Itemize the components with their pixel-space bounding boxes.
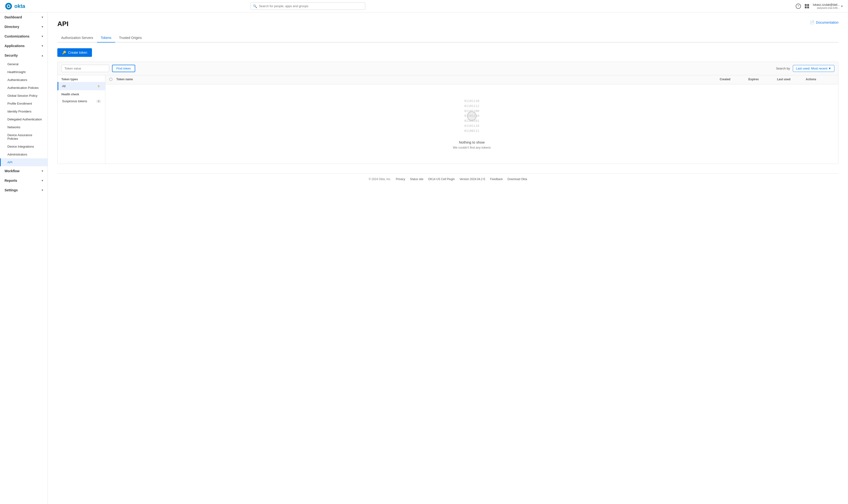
user-menu[interactable]: lukasz.czulak@dail... dailyweb-trial-648…	[813, 3, 843, 9]
security-chevron: ▲	[41, 54, 44, 57]
layout: Dashboard ▼ Directory ▼ Customizations ▼…	[0, 13, 848, 504]
binary-circle	[467, 111, 476, 121]
sidebar-item-dashboard[interactable]: Dashboard ▼	[0, 13, 48, 22]
footer-feedback[interactable]: Feedback	[490, 178, 503, 181]
empty-state-title: Nothing to show	[459, 140, 485, 144]
sidebar-item-reports[interactable]: Reports ▼	[0, 176, 48, 185]
user-email: lukasz.czulak@dail...	[813, 3, 840, 6]
search-by-dropdown[interactable]: Last used: Most recent ▼	[793, 65, 834, 72]
svg-point-0	[5, 3, 12, 10]
sidebar-sub-item-device-assurance[interactable]: Device Assurance Policies	[0, 131, 48, 143]
sidebar-sub-item-authenticators[interactable]: Authenticators	[0, 76, 48, 84]
search-input[interactable]	[251, 2, 365, 10]
footer-download[interactable]: Download Okta	[508, 178, 527, 181]
token-value-input[interactable]	[61, 65, 109, 72]
settings-chevron: ▼	[41, 189, 44, 192]
doc-link-icon: 📄	[810, 20, 815, 24]
top-nav: okta 🔍 ? lukasz.czulak@dail... dailyweb-…	[0, 0, 848, 13]
help-icon[interactable]: ?	[796, 4, 801, 9]
sidebar-item-directory[interactable]: Directory ▼	[0, 22, 48, 32]
token-search-bar: Find token Search by Last used: Most rec…	[58, 62, 838, 75]
sidebar-sub-item-auth-policies[interactable]: Authentication Policies	[0, 84, 48, 92]
directory-chevron: ▼	[41, 25, 44, 28]
sidebar-sub-item-networks[interactable]: Networks	[0, 123, 48, 131]
sidebar-item-settings[interactable]: Settings ▼	[0, 185, 48, 195]
logo-area: okta	[5, 2, 33, 10]
sidebar-sub-item-general[interactable]: General	[0, 60, 48, 68]
token-search-area: Find token Search by Last used: Most rec…	[57, 61, 838, 164]
footer-ok14[interactable]: OK14 US Cell Plugin	[428, 178, 455, 181]
table-col-name: Token name	[116, 78, 720, 82]
key-icon: 🔑	[62, 51, 66, 54]
table-col-expires: Expires	[748, 78, 777, 82]
sidebar-sub-item-healthinsight[interactable]: HealthInsight	[0, 68, 48, 76]
table-col-lastused: Last used	[777, 78, 806, 82]
token-all-count: 0	[96, 85, 101, 88]
empty-state: 01101110 01101111 01101100 01101110 0110…	[105, 84, 838, 164]
health-check-label: Health check	[58, 90, 105, 97]
api-tabs: Authorization Servers Tokens Trusted Ori…	[57, 33, 838, 42]
sidebar-sub-item-delegated-auth[interactable]: Delegated Authentication	[0, 115, 48, 123]
sidebar-sub-item-identity-providers[interactable]: Identity Providers	[0, 107, 48, 115]
svg-point-1	[109, 78, 112, 81]
token-type-suspicious[interactable]: Suspicious tokens 0	[58, 97, 105, 105]
okta-logo-icon	[5, 2, 13, 10]
footer-copyright: © 2024 Okta, Inc.	[368, 178, 391, 181]
table-col-created: Created	[720, 78, 748, 82]
documentation-link[interactable]: 📄 Documentation	[810, 20, 838, 24]
customizations-chevron: ▼	[41, 35, 44, 38]
token-content: Token types All 0 Health check Suspiciou…	[58, 75, 838, 164]
empty-state-subtitle: We couldn't find any tokens	[453, 146, 491, 149]
dashboard-chevron: ▼	[41, 16, 44, 19]
okta-wordmark: okta	[14, 3, 25, 9]
binary-visual: 01101110 01101111 01101100 01101110 0110…	[464, 98, 480, 133]
create-token-button[interactable]: 🔑 Create token	[57, 48, 92, 57]
footer-status-site[interactable]: Status site	[410, 178, 423, 181]
sidebar-sub-item-global-session[interactable]: Global Session Policy	[0, 92, 48, 100]
footer: © 2024 Okta, Inc. Privacy Status site OK…	[57, 174, 838, 185]
sidebar-item-security[interactable]: Security ▲	[0, 51, 48, 60]
find-token-button[interactable]: Find token	[112, 65, 135, 72]
sidebar-sub-item-device-integrations[interactable]: Device Integrations	[0, 143, 48, 150]
table-col-actions: Actions	[806, 78, 834, 82]
nav-right: ? lukasz.czulak@dail... dailyweb-trial-6…	[796, 3, 843, 9]
search-icon: 🔍	[253, 4, 257, 8]
sidebar-item-customizations[interactable]: Customizations ▼	[0, 32, 48, 41]
sidebar: Dashboard ▼ Directory ▼ Customizations ▼…	[0, 13, 48, 504]
sidebar-item-applications[interactable]: Applications ▼	[0, 41, 48, 51]
sidebar-sub-item-profile-enrollment[interactable]: Profile Enrollment	[0, 100, 48, 107]
footer-privacy[interactable]: Privacy	[396, 178, 405, 181]
table-col-checkbox	[109, 78, 116, 82]
token-type-all[interactable]: All 0	[58, 82, 105, 90]
applications-chevron: ▼	[41, 44, 44, 47]
global-search: 🔍	[251, 2, 365, 10]
footer-links: © 2024 Okta, Inc. Privacy Status site OK…	[67, 178, 829, 181]
page-header: API 📄 Documentation	[57, 20, 838, 28]
workflow-chevron: ▼	[41, 169, 44, 173]
apps-grid-icon[interactable]	[805, 4, 809, 8]
sidebar-item-workflow[interactable]: Workflow ▼	[0, 166, 48, 176]
main-content: API 📄 Documentation Authorization Server…	[48, 13, 848, 504]
sidebar-sub-item-api[interactable]: API	[0, 158, 48, 166]
token-table-header: Token name Created Expires Last used Act…	[105, 75, 838, 84]
tab-auth-servers[interactable]: Authorization Servers	[57, 33, 97, 42]
user-org: dailyweb-trial-648...	[813, 6, 840, 9]
token-types-label: Token types	[58, 75, 105, 82]
search-by-label: Search by	[776, 67, 790, 70]
reports-chevron: ▼	[41, 179, 44, 182]
footer-version: Version 2024.04.2 E	[459, 178, 485, 181]
user-menu-chevron: ▼	[841, 5, 843, 8]
tab-trusted-origins[interactable]: Trusted Origins	[115, 33, 145, 42]
token-suspicious-count: 0	[96, 100, 101, 103]
token-table-area: Token name Created Expires Last used Act…	[105, 75, 838, 164]
page-title: API	[57, 20, 69, 28]
tab-tokens[interactable]: Tokens	[97, 33, 115, 42]
sidebar-sub-item-administrators[interactable]: Administrators	[0, 150, 48, 158]
token-types-panel: Token types All 0 Health check Suspiciou…	[58, 75, 105, 164]
